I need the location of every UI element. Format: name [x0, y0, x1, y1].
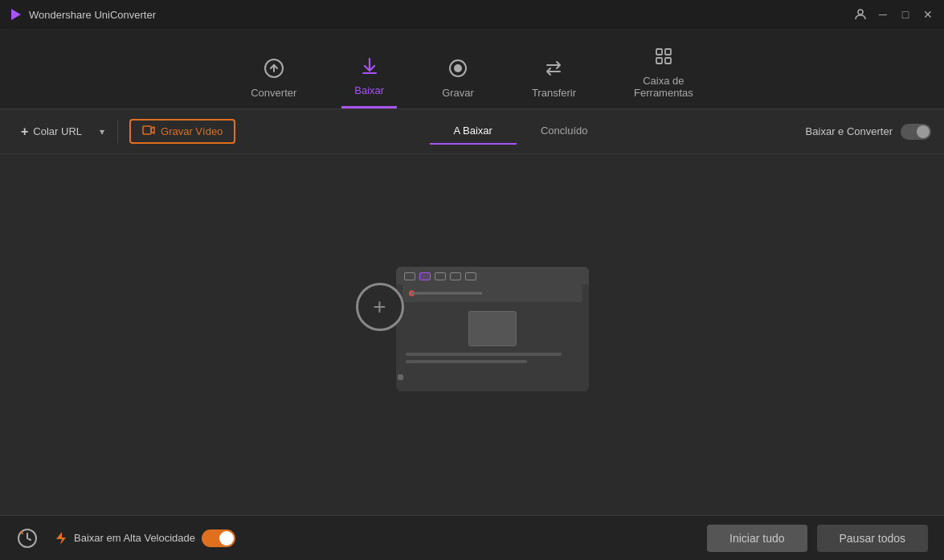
- browser-mockup: [396, 267, 589, 391]
- browser-tabs-bar: [396, 267, 589, 284]
- toggle-knob: [917, 125, 930, 138]
- navbar: Converter Baixar Gravar Transferir: [0, 29, 944, 109]
- titlebar-controls: ─ □ ✕: [852, 6, 936, 22]
- account-button[interactable]: [852, 6, 868, 22]
- baixar-converter-toggle-area: Baixar e Converter: [806, 124, 931, 140]
- browser-tab-3: [435, 272, 446, 280]
- browser-body: [396, 307, 589, 371]
- browser-red-dot: [409, 290, 415, 296]
- bottom-left: Baixar em Alta Velocidade: [16, 527, 235, 550]
- svg-rect-9: [665, 58, 671, 63]
- nav-transferir-label: Transferir: [532, 87, 576, 99]
- paste-url-label: Colar URL: [33, 125, 82, 137]
- baixar-converter-toggle[interactable]: [901, 124, 931, 140]
- lightning-icon: [55, 531, 67, 546]
- browser-tab-4: [450, 272, 461, 280]
- plus-icon: +: [21, 125, 28, 139]
- browser-text-line-2: [406, 360, 527, 363]
- nav-gravar-label: Gravar: [442, 87, 474, 99]
- browser-tab-2: [419, 272, 431, 280]
- svg-rect-10: [143, 126, 151, 134]
- record-icon: [142, 125, 155, 138]
- tab-concluido[interactable]: Concluído: [517, 118, 612, 145]
- add-url-button[interactable]: +: [356, 283, 404, 331]
- schedule-button[interactable]: [16, 527, 39, 550]
- speed-boost-toggle[interactable]: [202, 529, 235, 547]
- toolbar: + Colar URL ▾ Gravar Vídeo A Baixar Conc…: [0, 109, 944, 154]
- app-logo-icon: [8, 7, 22, 22]
- browser-bottom-dot: [398, 374, 403, 380]
- app-title: Wondershare UniConverter: [29, 9, 156, 21]
- titlebar: Wondershare UniConverter ─ □ ✕: [0, 0, 944, 29]
- browser-thumbnail: [468, 311, 517, 346]
- browser-address-bar: [403, 284, 582, 302]
- gravar-icon: [447, 58, 468, 82]
- svg-rect-8: [656, 58, 662, 63]
- main-content: +: [0, 154, 944, 515]
- browser-text-line-1: [406, 353, 562, 356]
- nav-baixar[interactable]: Baixar: [341, 47, 397, 108]
- nav-transferir[interactable]: Transferir: [519, 50, 589, 108]
- svg-rect-6: [656, 49, 662, 55]
- browser-tab-5: [465, 272, 476, 280]
- svg-point-4: [454, 64, 462, 72]
- nav-caixa[interactable]: Caixa deFerramentas: [621, 38, 706, 108]
- nav-baixar-label: Baixar: [354, 84, 384, 96]
- close-button[interactable]: ✕: [920, 6, 936, 22]
- tab-a-baixar[interactable]: A Baixar: [430, 118, 517, 145]
- nav-caixa-label: Caixa deFerramentas: [634, 75, 693, 99]
- browser-tab-1: [404, 272, 415, 280]
- paste-url-dropdown-button[interactable]: ▾: [98, 125, 106, 139]
- record-video-button[interactable]: Gravar Vídeo: [129, 119, 235, 144]
- paste-url-button[interactable]: + Colar URL: [13, 120, 90, 144]
- baixar-icon: [359, 55, 380, 80]
- tabs: A Baixar Concluído: [430, 118, 612, 145]
- maximize-button[interactable]: □: [897, 6, 913, 22]
- bottom-right: Iniciar tudo Pausar todos: [707, 525, 928, 552]
- minimize-button[interactable]: ─: [875, 6, 891, 22]
- bottom-bar: Baixar em Alta Velocidade Iniciar tudo P…: [0, 515, 944, 560]
- nav-gravar[interactable]: Gravar: [429, 50, 487, 108]
- svg-rect-7: [665, 49, 671, 55]
- converter-icon: [264, 58, 284, 82]
- titlebar-left: Wondershare UniConverter: [8, 7, 156, 22]
- iniciar-tudo-button[interactable]: Iniciar tudo: [707, 525, 807, 552]
- baixar-converter-label: Baixar e Converter: [806, 125, 893, 137]
- pausar-todos-button[interactable]: Pausar todos: [817, 525, 929, 552]
- speed-toggle-knob: [219, 531, 234, 546]
- svg-point-1: [858, 10, 863, 14]
- caixa-icon: [653, 46, 674, 70]
- speed-boost-area: Baixar em Alta Velocidade: [55, 529, 235, 547]
- nav-converter-label: Converter: [251, 87, 296, 99]
- illustration: +: [356, 267, 589, 403]
- speed-boost-label: Baixar em Alta Velocidade: [74, 532, 195, 544]
- nav-converter[interactable]: Converter: [238, 50, 309, 108]
- svg-marker-0: [11, 9, 21, 20]
- record-video-label: Gravar Vídeo: [161, 125, 223, 137]
- divider: [117, 121, 118, 143]
- transferir-icon: [543, 58, 564, 82]
